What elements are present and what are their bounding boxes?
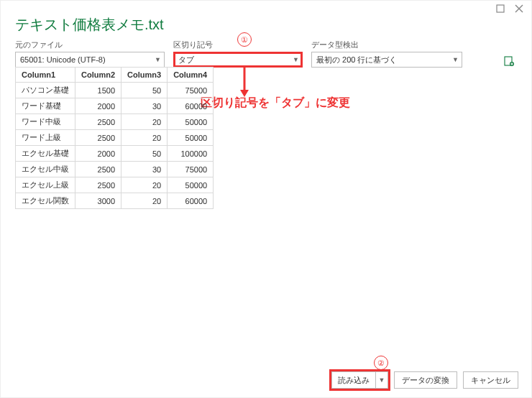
table-cell: 50000 (168, 177, 214, 193)
table-cell: 2500 (75, 114, 121, 130)
cancel-button[interactable]: キャンセル (463, 371, 518, 389)
table-cell: 50 (121, 146, 168, 162)
callout-number-2: ② (374, 356, 388, 370)
table-cell: 1500 (75, 83, 121, 98)
table-cell: 30 (121, 162, 168, 177)
maximize-icon[interactable] (495, 4, 505, 14)
delimiter-dropdown[interactable]: タブ ▼ (173, 52, 303, 68)
detect-label: データ型検出 (311, 40, 462, 50)
table-cell: 75000 (168, 83, 214, 98)
file-origin-dropdown[interactable]: 65001: Unicode (UTF-8) ▼ (15, 52, 165, 68)
callout-number-1: ① (237, 32, 252, 47)
dialog-title: テキスト価格表メモ.txt (15, 15, 164, 34)
table-cell: 50 (121, 83, 168, 98)
table-cell: 50000 (168, 114, 214, 130)
table-cell: 2500 (75, 130, 121, 146)
table-cell: 20 (121, 193, 168, 209)
table-cell: 60000 (168, 193, 214, 209)
table-cell: 20 (121, 114, 168, 130)
titlebar (1, 1, 531, 14)
table-cell: 20 (121, 177, 168, 193)
col-header: Column3 (121, 68, 168, 83)
svg-rect-0 (497, 5, 504, 12)
table-cell: 2000 (75, 98, 121, 114)
table-cell: エクセル基礎 (16, 146, 75, 162)
table-cell: 2500 (75, 177, 121, 193)
table-cell: エクセル中級 (16, 162, 75, 177)
col-header: Column1 (16, 68, 75, 83)
file-origin-label: 元のファイル (15, 40, 165, 50)
chevron-down-icon[interactable]: ▼ (376, 376, 387, 384)
table-row: ワード基礎20003060000 (16, 98, 214, 114)
file-origin-value: 65001: Unicode (UTF-8) (20, 55, 106, 64)
col-header: Column4 (168, 68, 214, 83)
table-cell: 50000 (168, 130, 214, 146)
table-row: エクセル基礎200050100000 (16, 146, 214, 162)
table-cell: ワード中級 (16, 114, 75, 130)
load-button-label: 読み込み (332, 372, 376, 388)
table-cell: エクセル上級 (16, 177, 75, 193)
table-row: ワード上級25002050000 (16, 130, 214, 146)
table-header-row: Column1 Column2 Column3 Column4 (16, 68, 214, 83)
table-row: パソコン基礎15005075000 (16, 83, 214, 98)
table-cell: 30 (121, 98, 168, 114)
options-row: 元のファイル 65001: Unicode (UTF-8) ▼ 区切り記号 タブ… (15, 40, 517, 68)
preview-table-wrap: Column1 Column2 Column3 Column4 パソコン基礎15… (15, 67, 517, 366)
table-cell: ワード基礎 (16, 98, 75, 114)
dialog-window: { "title": "テキスト価格表メモ.txt", "labels": { … (0, 0, 532, 398)
chevron-down-icon: ▼ (452, 56, 459, 63)
table-row: エクセル関数30002060000 (16, 193, 214, 209)
table-cell: 20 (121, 130, 168, 146)
table-cell: パソコン基礎 (16, 83, 75, 98)
table-row: エクセル中級25003075000 (16, 162, 214, 177)
preview-table: Column1 Column2 Column3 Column4 パソコン基礎15… (15, 67, 214, 209)
table-cell: 3000 (75, 193, 121, 209)
data-type-detect-control: データ型検出 最初の 200 行に基づく ▼ (311, 40, 462, 68)
table-cell: エクセル関数 (16, 193, 75, 209)
table-cell: 60000 (168, 98, 214, 114)
table-row: エクセル上級25002050000 (16, 177, 214, 193)
table-row: ワード中級25002050000 (16, 114, 214, 130)
dialog-footer: 読み込み ▼ データの変換 キャンセル (331, 371, 518, 389)
table-cell: 100000 (168, 146, 214, 162)
table-cell: 2500 (75, 162, 121, 177)
settings-icon[interactable] (503, 55, 515, 68)
transform-button[interactable]: データの変換 (394, 371, 457, 389)
col-header: Column2 (75, 68, 121, 83)
chevron-down-icon: ▼ (155, 56, 161, 63)
table-cell: ワード上級 (16, 130, 75, 146)
close-icon[interactable] (514, 4, 524, 14)
chevron-down-icon: ▼ (293, 56, 299, 63)
settings-control (503, 55, 517, 68)
file-origin-control: 元のファイル 65001: Unicode (UTF-8) ▼ (15, 40, 165, 68)
load-button[interactable]: 読み込み ▼ (331, 371, 388, 389)
table-cell: 75000 (168, 162, 214, 177)
delimiter-value: タブ (178, 55, 194, 65)
table-cell: 2000 (75, 146, 121, 162)
detect-value: 最初の 200 行に基づく (316, 55, 397, 65)
detect-dropdown[interactable]: 最初の 200 行に基づく ▼ (311, 52, 462, 68)
